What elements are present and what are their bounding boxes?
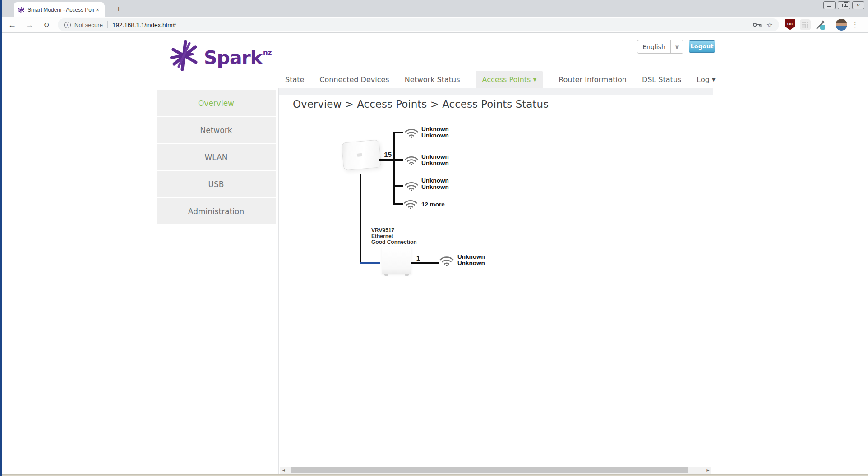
divider — [107, 21, 108, 28]
taskbar-edge — [0, 474, 868, 476]
language-value: English — [637, 43, 670, 50]
branch-line — [393, 203, 403, 205]
station-label: Unknown Unknown — [421, 154, 449, 166]
tab-close-icon[interactable]: ✕ — [94, 6, 101, 14]
caret-down-icon: ▼ — [712, 77, 716, 82]
caret-down-icon: ▼ — [533, 77, 536, 82]
sidebar-item-wlan[interactable]: WLAN — [157, 144, 276, 170]
desktop-edge — [0, 0, 2, 476]
more-stations-label: 12 more... — [421, 201, 450, 208]
tab-network-status[interactable]: Network Status — [405, 71, 460, 88]
back-button[interactable]: ← — [7, 20, 17, 30]
browser-tabstrip: Smart Modem - Access Points > Acc ✕ + ✕ — [0, 0, 868, 17]
station-label: Unknown Unknown — [457, 254, 485, 266]
window-minimize-button[interactable] — [823, 1, 836, 9]
wifi-icon — [405, 155, 418, 166]
horizontal-scrollbar[interactable]: ◀ ▶ — [280, 467, 711, 474]
extender-link-line — [360, 174, 361, 263]
browser-tab[interactable]: Smart Modem - Access Points > Acc ✕ — [14, 2, 105, 17]
forward-button[interactable]: → — [24, 20, 34, 30]
tab-title: Smart Modem - Access Points > Acc — [28, 7, 94, 13]
reload-button[interactable]: ↻ — [42, 21, 51, 29]
url-text[interactable]: 192.168.1.1/index.htm# — [112, 22, 750, 28]
content-panel: Overview > Access Points > Access Points… — [278, 88, 713, 475]
extender-info-label: VRV9517 Ethernet Good Connection — [371, 228, 417, 245]
ethernet-link-line — [360, 262, 380, 264]
spark-star-icon — [170, 39, 199, 72]
scrollbar-thumb[interactable] — [291, 467, 688, 473]
wifi-icon — [405, 181, 418, 192]
station-label: Unknown Unknown — [421, 126, 449, 139]
divider — [831, 21, 831, 29]
uplink-line — [379, 159, 403, 161]
trunk-line — [393, 132, 395, 205]
browser-menu-icon[interactable]: ⋮ — [852, 23, 858, 26]
wifi-icon — [405, 128, 418, 138]
sidebar: Overview Network WLAN USB Administration — [157, 90, 276, 225]
extender-link-status: Good Connection — [371, 239, 417, 245]
scroll-left-icon[interactable]: ◀ — [280, 467, 287, 474]
restore-icon — [842, 4, 846, 7]
chevron-down-icon[interactable]: ∨ — [670, 40, 683, 53]
station-label: Unknown Unknown — [421, 178, 449, 190]
router-admin-page: Spark nz English ∨ Logout State Connecte… — [0, 33, 868, 474]
spark-logo: Spark nz — [170, 39, 272, 72]
spark-favicon-icon — [18, 7, 24, 13]
branch-line — [393, 185, 403, 187]
logout-button[interactable]: Logout — [689, 40, 715, 53]
window-close-button[interactable]: ✕ — [852, 1, 864, 9]
extender-station-count: 1 — [414, 254, 422, 262]
bookmark-star-icon[interactable]: ☆ — [766, 21, 773, 29]
brand-name: Spark — [204, 47, 262, 69]
tab-router-information[interactable]: Router Information — [559, 71, 627, 88]
language-select[interactable]: English ∨ — [637, 40, 683, 54]
tab-connected-devices[interactable]: Connected Devices — [319, 71, 389, 88]
ublock-extension-icon[interactable]: UO — [785, 19, 795, 30]
extender-device-image — [382, 247, 411, 274]
password-key-icon[interactable] — [753, 22, 762, 27]
window-restore-button[interactable] — [838, 1, 850, 9]
brand-suffix: nz — [263, 49, 272, 57]
top-nav: State Connected Devices Network Status A… — [285, 71, 716, 88]
color-picker-extension-icon[interactable] — [815, 19, 826, 30]
profile-avatar[interactable] — [836, 19, 847, 31]
tab-access-points[interactable]: Access Points▼ — [476, 71, 544, 88]
scrollbar-track[interactable] — [287, 467, 705, 474]
sidebar-item-usb[interactable]: USB — [157, 171, 276, 197]
browser-toolbar: ← → ↻ i Not secure 192.168.1.1/index.htm… — [0, 17, 868, 33]
sidebar-item-overview[interactable]: Overview — [157, 90, 276, 116]
scroll-right-icon[interactable]: ▶ — [705, 467, 711, 474]
access-points-topology: 15 Unknown Unknown — [279, 88, 713, 475]
address-bar[interactable]: i Not secure 192.168.1.1/index.htm# ☆ — [58, 18, 779, 31]
wifi-icon — [404, 199, 417, 210]
grid-extension-icon[interactable] — [800, 19, 811, 30]
minimize-icon — [827, 6, 831, 7]
tab-state[interactable]: State — [285, 71, 304, 88]
sidebar-item-network[interactable]: Network — [157, 117, 276, 143]
uplink-count: 15 — [379, 151, 392, 158]
extender-station-line — [411, 262, 439, 264]
wifi-icon — [439, 255, 454, 267]
screen: Smart Modem - Access Points > Acc ✕ + ✕ … — [0, 0, 868, 476]
tab-dsl-status[interactable]: DSL Status — [642, 71, 681, 88]
branch-line — [393, 132, 403, 133]
sidebar-item-administration[interactable]: Administration — [157, 198, 276, 224]
page-info-icon[interactable]: i — [64, 22, 71, 28]
tab-log[interactable]: Log▼ — [697, 71, 715, 88]
new-tab-button[interactable]: + — [113, 4, 125, 14]
router-device-image — [341, 139, 381, 170]
security-label[interactable]: Not secure — [74, 22, 103, 28]
close-icon: ✕ — [856, 3, 860, 8]
